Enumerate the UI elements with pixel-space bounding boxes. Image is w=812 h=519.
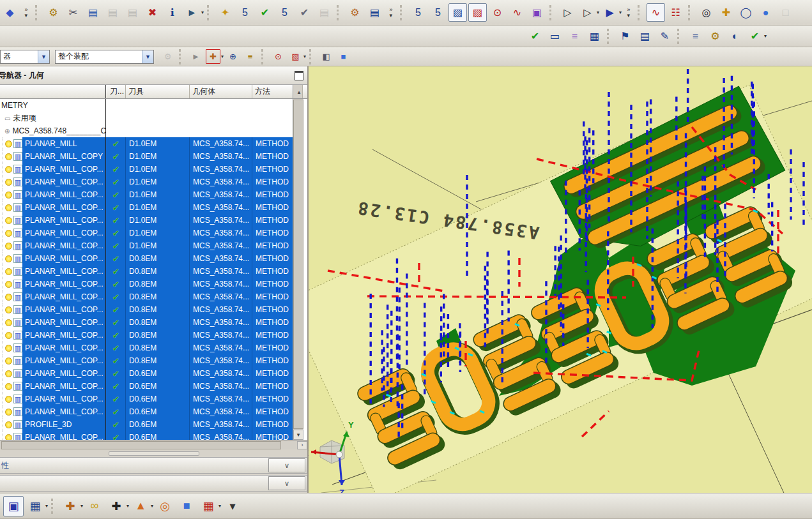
- table-row[interactable]: ▥PLANAR_MILL_COP...✔D1.0EMMCS_A358.74...…: [0, 239, 293, 252]
- table-row[interactable]: ▥PLANAR_MILL_COP...✔D1.0EMMCS_A358.74...…: [0, 188, 293, 201]
- spline-icon[interactable]: ∿: [508, 3, 526, 22]
- bulb-icon[interactable]: [5, 192, 12, 199]
- bulb-icon[interactable]: [5, 153, 12, 160]
- bulb-icon[interactable]: [5, 243, 12, 250]
- bulb-icon[interactable]: [5, 345, 12, 352]
- table-row[interactable]: ▥PLANAR_MILL_COP...✔D0.6EMMCS_A358.74...…: [0, 393, 293, 405]
- table-row[interactable]: ▥PLANAR_MILL_COP...✔D0.8EMMCS_A358.74...…: [0, 252, 293, 265]
- object-transform-icon[interactable]: ►: [183, 3, 201, 22]
- chevron-down-icon[interactable]: ∨: [268, 458, 305, 472]
- verify-toolpath-icon[interactable]: ✔: [256, 3, 274, 22]
- shaded-edges-icon[interactable]: ◧: [318, 49, 334, 64]
- more-tools-dropdown[interactable]: ▾: [222, 496, 243, 516]
- show-2d-material-icon[interactable]: ▨: [448, 3, 467, 22]
- dropdown-arrow-icon[interactable]: ▾: [45, 503, 48, 509]
- nc-program-run-icon[interactable]: ▶: [601, 3, 619, 22]
- signpost-icon[interactable]: ⚑: [616, 27, 634, 45]
- bulb-icon[interactable]: [5, 281, 12, 288]
- bulb-icon[interactable]: [5, 434, 12, 440]
- table-row[interactable]: ▥PLANAR_MILL_COP...✔D0.8EMMCS_A358.74...…: [0, 265, 293, 278]
- nc-program-output-icon[interactable]: ▷: [578, 3, 597, 22]
- replay-toolpath-icon[interactable]: 5: [236, 3, 254, 22]
- datum-plane-icon[interactable]: ▲: [130, 496, 151, 516]
- overflow-chevron-icon[interactable]: »▾: [21, 7, 31, 19]
- dropdown-arrow-icon[interactable]: ▾: [151, 503, 153, 509]
- assembly-constraints-icon[interactable]: ⚙: [160, 49, 176, 64]
- bulb-icon[interactable]: [5, 204, 12, 211]
- chevron-down-icon[interactable]: ▼: [38, 50, 49, 63]
- bulb-icon[interactable]: [5, 396, 12, 403]
- bulb-icon[interactable]: [5, 319, 12, 326]
- shop-docs-icon[interactable]: ✔: [295, 3, 314, 22]
- table-row[interactable]: ▥PLANAR_MILL_COPY✔D1.0EMMCS_A358.74...ME…: [0, 150, 293, 163]
- type-filter-combo[interactable]: 器 ▼: [0, 50, 50, 64]
- show-3d-material-icon[interactable]: ▨: [468, 3, 487, 22]
- column-header-name[interactable]: [0, 85, 106, 98]
- horizontal-scrollbar[interactable]: ›: [0, 440, 307, 449]
- table-row[interactable]: ▥PLANAR_MILL_COP...✔D0.8EMMCS_A358.74...…: [0, 303, 293, 316]
- table-row[interactable]: ▥PLANAR_MILL_COP...✔D0.8EMMCS_A358.74...…: [0, 354, 293, 367]
- link-chain-icon[interactable]: ∞: [84, 496, 105, 516]
- table-row[interactable]: ▥PLANAR_MILL_COP...✔D0.8EMMCS_A358.74...…: [0, 290, 293, 303]
- snap-rotate-icon[interactable]: ⊕: [225, 49, 241, 64]
- edit-report-icon[interactable]: ✎: [655, 27, 674, 45]
- overflow-chevron-icon[interactable]: »▾: [624, 7, 634, 19]
- column-header-method[interactable]: 方法: [252, 85, 293, 98]
- dropdown-arrow-icon[interactable]: ▾: [303, 54, 306, 59]
- paste-inside-icon[interactable]: ▤: [123, 3, 142, 22]
- find-object-icon[interactable]: ◎: [697, 3, 716, 22]
- dropdown-arrow-icon[interactable]: ▾: [764, 33, 767, 39]
- table-row[interactable]: ▥PLANAR_MILL_COP...✔D0.6EMMCS_A358.74...…: [0, 367, 293, 380]
- table-row[interactable]: ▥PLANAR_MILL_COP...✔D1.0EMMCS_A358.74...…: [0, 201, 293, 214]
- scope-combo[interactable]: 整个装配 ▼: [55, 50, 154, 64]
- postprocess-icon[interactable]: 5: [275, 3, 294, 22]
- table-row[interactable]: ▥PROFILE_3D✔D0.6EMMCS_A358.74...METHOD: [0, 418, 293, 431]
- tag-add-icon[interactable]: ✚: [717, 3, 735, 22]
- tool-in-tree-icon[interactable]: ☷: [666, 3, 685, 22]
- dropdown-arrow-icon[interactable]: ▾: [619, 10, 622, 15]
- report-ok-icon[interactable]: ✔: [746, 27, 764, 45]
- bulb-icon[interactable]: [5, 268, 12, 275]
- bulb-icon[interactable]: [5, 179, 12, 186]
- operation-timer-icon[interactable]: ◐: [726, 27, 744, 45]
- bulb-icon[interactable]: [5, 421, 12, 428]
- viewport-3d[interactable]: A358.784 C13.28: [309, 66, 812, 493]
- column-header-tool[interactable]: 刀具: [126, 85, 190, 98]
- dropdown-arrow-icon[interactable]: ▾: [597, 10, 599, 15]
- delete-object-icon[interactable]: ✖: [143, 3, 162, 22]
- scrollbar-thumb[interactable]: [1, 441, 281, 449]
- dropdown-arrow-icon[interactable]: ▾: [80, 503, 83, 509]
- toolpath-replay-icon[interactable]: 5: [429, 3, 447, 22]
- tag-search-icon[interactable]: ◯: [737, 3, 755, 22]
- dropdown-arrow-icon[interactable]: ▾: [201, 10, 204, 15]
- machine-simulation-icon[interactable]: ⚙: [346, 3, 364, 22]
- bulb-icon[interactable]: [5, 306, 12, 313]
- dropdown-arrow-icon[interactable]: ▾: [221, 54, 224, 59]
- scrollbar-thumb[interactable]: [293, 100, 303, 429]
- table-row[interactable]: ▭未用项: [0, 112, 293, 124]
- generate-toolpath-icon[interactable]: ✦: [216, 3, 234, 22]
- tag-disabled-icon[interactable]: □: [776, 3, 795, 22]
- boolean-trim-icon[interactable]: ▦: [198, 496, 218, 516]
- details-panel-bar[interactable]: ∨: [0, 475, 307, 492]
- table-row[interactable]: ▥PLANAR_MILL_COP...✔D0.8EMMCS_A358.74...…: [0, 278, 293, 290]
- bulb-icon[interactable]: [5, 409, 12, 416]
- tool-window-icon[interactable]: ▭: [546, 27, 564, 45]
- tool-check-icon[interactable]: ✔: [526, 27, 544, 45]
- splitter-grip[interactable]: [109, 451, 199, 456]
- bulb-icon[interactable]: [5, 294, 12, 301]
- table-row[interactable]: ▥PLANAR_MILL✔D1.0EMMCS_A358.74...METHOD: [0, 137, 293, 150]
- datum-csys-icon[interactable]: ✚: [60, 496, 80, 516]
- dropdown-arrow-icon[interactable]: ▾: [126, 503, 129, 509]
- dependencies-panel-bar[interactable]: 性 ∨: [0, 457, 307, 474]
- window-wizard-icon[interactable]: ▤: [636, 27, 654, 45]
- operation-wrench-icon[interactable]: ⚙: [706, 27, 724, 45]
- nc-program-input-icon[interactable]: ▷: [558, 3, 577, 22]
- snap-tool-icon[interactable]: ≡: [242, 49, 258, 64]
- table-row[interactable]: METRY: [0, 99, 293, 112]
- bulb-icon[interactable]: [5, 230, 12, 237]
- table-row[interactable]: ▥PLANAR_MILL_COP...✔D0.6EMMCS_A358.74...…: [0, 431, 293, 440]
- scroll-down-icon[interactable]: ▾: [293, 430, 303, 440]
- table-row[interactable]: ▥PLANAR_MILL_COP...✔D0.8EMMCS_A358.74...…: [0, 329, 293, 342]
- table-row[interactable]: ▥PLANAR_MILL_COP...✔D1.0EMMCS_A358.74...…: [0, 227, 293, 239]
